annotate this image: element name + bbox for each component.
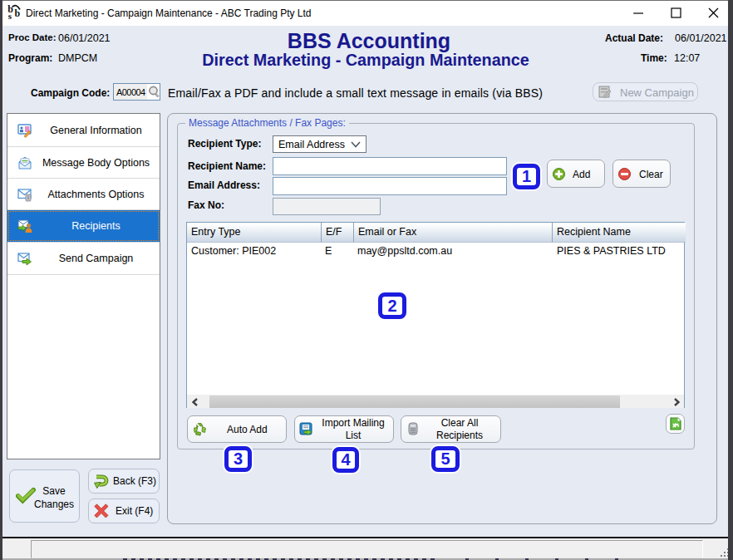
svg-text:s: s	[8, 11, 12, 21]
